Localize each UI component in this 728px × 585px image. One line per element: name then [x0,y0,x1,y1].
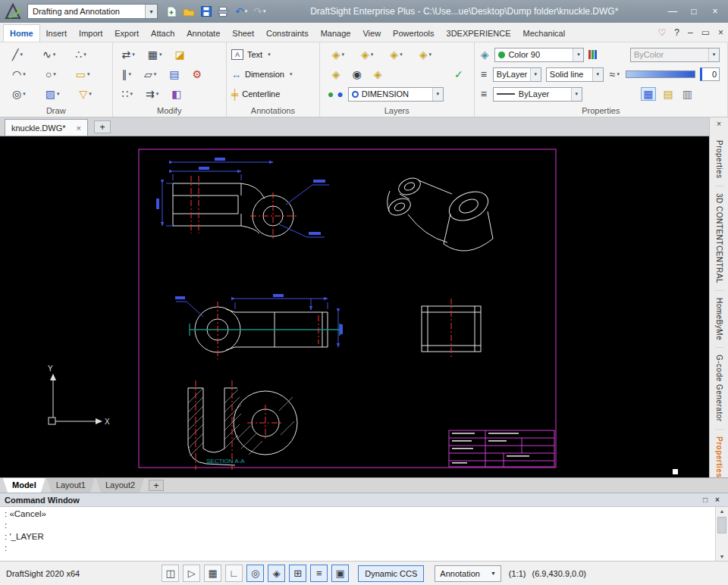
offset-icon[interactable]: ∥▾ [121,68,133,80]
chevron-down-icon[interactable]: ▾ [573,48,583,61]
close-button[interactable]: × [705,3,725,20]
sheet-yellow-icon[interactable]: ▤ [662,87,675,101]
color-palette-icon[interactable] [588,50,597,59]
linecolor-dropdown[interactable]: ByLayer ▾ [493,67,541,82]
ccs-toggle-icon[interactable]: ▣ [331,565,349,582]
command-window-header[interactable]: Command Window □ × [0,493,728,506]
minimize-button[interactable]: — [663,3,682,20]
match-properties-icon[interactable]: ◈ [479,48,491,61]
layer-on-icon[interactable]: ● [326,88,335,100]
drawing-canvas[interactable]: Y X [0,136,709,477]
polar-icon[interactable]: ◎ [246,565,264,582]
dropdown-arrow[interactable]: ▾ [23,91,26,97]
ribbon-tab-mechanical[interactable]: Mechanical [517,25,572,42]
centerline-tool[interactable]: ╪ Centerline [231,84,316,104]
dropdown-arrow[interactable]: ▾ [290,71,293,77]
dropdown-arrow[interactable]: ▾ [23,71,26,77]
transparency-icon[interactable]: ≈▾ [608,68,621,80]
layer-search-icon[interactable]: ◉ [351,68,363,80]
ribbon-tab-3dexperience[interactable]: 3DEXPERIENCE [441,25,517,42]
palette-close-icon[interactable]: × [717,119,721,128]
chevron-down-icon[interactable]: ▼ [491,571,496,576]
dropdown-arrow[interactable]: ▾ [159,52,162,58]
document-tab[interactable]: knuckle.DWG* × [5,119,88,136]
dropdown-arrow[interactable]: ▾ [617,71,620,77]
close-tab-icon[interactable]: × [77,124,81,133]
stretch-icon[interactable]: ⇉▾ [144,88,160,100]
trim-icon[interactable]: ▱▾ [143,68,158,80]
ribbon-tab-attach[interactable]: Attach [145,25,180,42]
scroll-down-icon[interactable]: ▼ [720,554,725,559]
command-scrollbar[interactable]: ▲ ▼ [715,507,728,561]
ellipse-icon[interactable]: ○▾ [44,68,58,80]
print-button[interactable] [218,7,229,17]
palette-tab-homebyme[interactable]: HomeByMe [715,290,723,347]
paint-icon[interactable]: ◧ [170,88,183,100]
ribbon-tab-export[interactable]: Export [108,25,145,42]
hatch-icon[interactable]: ▨▾ [44,88,61,100]
dropdown-arrow[interactable]: ▾ [154,71,157,77]
point-icon[interactable]: ∴▾ [74,48,87,61]
select-filter-icon[interactable]: ▷ [183,565,200,582]
polygon-icon[interactable]: ▽▾ [77,88,93,100]
ribbon-tab-insert[interactable]: Insert [40,25,74,42]
scroll-thumb[interactable] [717,517,726,533]
layout-tab-layout2[interactable]: Layout2 [96,478,144,493]
dimension-tool[interactable]: ↔ Dimension ▾ [231,64,316,84]
color-dropdown[interactable]: Color 90 ▾ [494,48,584,62]
palette-tab-g-code-generator[interactable]: G-code Generator [715,347,723,429]
circle-icon[interactable]: ◎▾ [11,88,27,100]
maximize-button[interactable]: □ [684,3,704,20]
dropdown-arrow[interactable]: ▾ [371,52,374,58]
float-window-icon[interactable]: □ [699,496,711,504]
close-command-icon[interactable]: × [711,496,723,504]
layer-freeze-icon[interactable]: ◈▾ [388,48,403,61]
dropdown-arrow[interactable]: ▾ [130,91,133,97]
bycolor-dropdown[interactable]: ByColor ▾ [630,48,720,62]
dropdown-arrow[interactable]: ▾ [129,71,132,77]
sheet-gray-icon[interactable]: ▥ [681,87,694,101]
save-button[interactable] [201,6,212,17]
chevron-down-icon[interactable]: ▾ [571,88,582,101]
dropdown-arrow[interactable]: ▾ [263,8,266,14]
dropdown-arrow[interactable]: ▾ [53,71,56,77]
add-layout-button[interactable]: + [149,480,164,491]
layer-tools-icon[interactable]: ◈▾ [418,48,433,61]
dropdown-arrow[interactable]: ▾ [342,52,345,58]
lineweight-list-icon[interactable]: ≡ [479,88,488,100]
dropdown-arrow[interactable]: ▾ [89,91,92,97]
ribbon-tab-view[interactable]: View [356,25,387,42]
line-icon[interactable]: ╱▾ [11,48,24,61]
redo-button[interactable]: ↷▾ [253,6,265,17]
new-tab-button[interactable]: + [94,120,111,133]
ribbon-tab-sheet[interactable]: Sheet [226,25,260,42]
transparency-slider[interactable] [626,70,695,78]
palette-tab-properties[interactable]: Properties [715,429,723,484]
mdi-minimize-icon[interactable]: – [686,28,695,37]
transparency-input[interactable]: 0 [700,67,720,81]
dropdown-arrow[interactable]: ▾ [53,52,56,58]
chevron-down-icon[interactable]: ▾ [708,48,719,61]
chevron-down-icon[interactable]: ▾ [145,5,157,18]
dropdown-arrow[interactable]: ▾ [428,52,431,58]
ribbon-tab-manage[interactable]: Manage [315,25,357,42]
lineweight-dropdown[interactable]: ByLayer ▾ [493,87,582,102]
ribbon-tab-home[interactable]: Home [3,24,40,42]
layer-preview-icon[interactable]: ◈ [331,68,342,80]
help-icon[interactable]: ? [673,28,681,37]
mdi-close-icon[interactable]: × [717,28,725,37]
scroll-up-icon[interactable]: ▲ [720,508,725,514]
dropdown-arrow[interactable]: ▾ [57,91,60,97]
snap-grid-icon[interactable]: ▦ [204,565,221,582]
ortho-icon[interactable]: ∟ [225,565,243,582]
dropdown-arrow[interactable]: ▾ [83,52,86,58]
entity-snap-icon[interactable]: ◈ [268,565,285,582]
dropdown-arrow[interactable]: ▾ [400,52,403,58]
chevron-down-icon[interactable]: ▾ [530,68,541,81]
annotation-scale-dropdown[interactable]: Annotation ▼ [435,565,501,582]
undo-button[interactable]: ↶▾ [235,6,247,17]
lineweight-toggle-icon[interactable]: ≡ [310,565,328,582]
dropdown-arrow[interactable]: ▾ [156,91,159,97]
text-tool[interactable]: A Text ▾ [231,45,316,64]
chevron-down-icon[interactable]: ▾ [592,68,603,81]
